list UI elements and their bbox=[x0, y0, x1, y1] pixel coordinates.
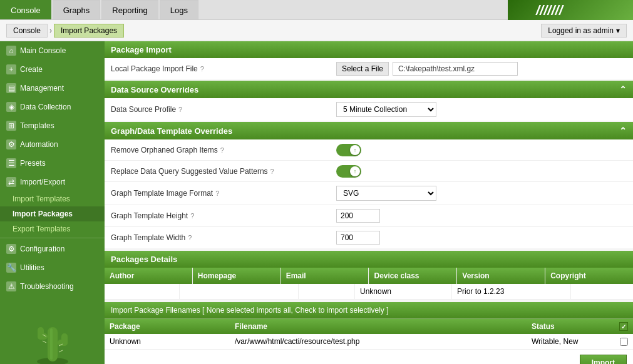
replace-data-query-control bbox=[336, 165, 627, 178]
graph-template-width-label: Graph Template Width ? bbox=[111, 233, 336, 242]
local-package-control: Select a File C:\fakepath\test.xml.gz bbox=[336, 62, 627, 76]
filenames-table-header: Package Filename Status bbox=[105, 318, 633, 334]
sidebar-item-import-export[interactable]: ⇄ Import/Export bbox=[0, 173, 105, 191]
graph-template-width-control bbox=[336, 231, 627, 245]
local-package-label: Local Package Import File ? bbox=[111, 64, 336, 73]
remove-orphaned-toggle[interactable] bbox=[336, 144, 361, 156]
reporting-tab[interactable]: Reporting bbox=[101, 0, 158, 19]
breadcrumb-console[interactable]: Console bbox=[6, 24, 48, 38]
col-email: Email bbox=[281, 268, 369, 284]
graph-image-format-label: Graph Template Image Format ? bbox=[111, 189, 336, 198]
user-dropdown-icon[interactable]: ▾ bbox=[616, 26, 620, 35]
filename-checkbox-cell bbox=[614, 335, 633, 349]
graph-template-collapse-icon[interactable]: ⌃ bbox=[619, 126, 627, 136]
logo: /////// bbox=[508, 0, 633, 20]
sidebar-item-utilities[interactable]: 🔧 Utilities bbox=[0, 258, 105, 277]
import-button[interactable]: Import bbox=[580, 355, 627, 364]
col-version: Version bbox=[457, 268, 545, 284]
sidebar-item-management[interactable]: ▤ Management bbox=[0, 79, 105, 98]
packages-details-section: Packages Details Author Homepage Email D… bbox=[105, 251, 633, 300]
packages-table-row: Unknown Prior to 1.2.23 bbox=[105, 284, 633, 300]
graph-template-height-label: Graph Template Height ? bbox=[111, 211, 336, 220]
filename-package: Unknown bbox=[105, 334, 230, 349]
sidebar-item-create[interactable]: + Create bbox=[0, 60, 105, 79]
console-tab[interactable]: Console bbox=[0, 0, 51, 19]
replace-data-query-row: Replace Data Query Suggested Value Patte… bbox=[105, 161, 633, 182]
sidebar: ⌂ Main Console + Create ▤ Management ◈ D… bbox=[0, 41, 105, 364]
col-copyright: Copyright bbox=[545, 268, 633, 284]
replace-data-query-toggle[interactable] bbox=[336, 165, 361, 178]
import-icon: ⇄ bbox=[6, 177, 16, 187]
graph-template-height-input[interactable] bbox=[336, 209, 380, 223]
th-check-all[interactable] bbox=[614, 319, 633, 334]
plus-icon: + bbox=[6, 64, 16, 74]
data-source-help-icon[interactable]: ? bbox=[178, 106, 182, 113]
config-icon: ⚙ bbox=[6, 244, 16, 254]
th-filename: Filename bbox=[230, 319, 527, 334]
sidebar-sub-export-templates[interactable]: Export Templates bbox=[0, 221, 105, 236]
graphs-tab[interactable]: Graphs bbox=[53, 0, 101, 19]
graph-image-format-help-icon[interactable]: ? bbox=[215, 190, 219, 197]
import-filenames-header: Import Package Filenames [ None selected… bbox=[105, 302, 633, 318]
sidebar-item-main-console[interactable]: ⌂ Main Console bbox=[0, 41, 105, 60]
pkg-version: Prior to 1.2.23 bbox=[452, 284, 571, 299]
svg-line-9 bbox=[43, 341, 46, 343]
replace-data-query-label: Replace Data Query Suggested Value Patte… bbox=[111, 167, 336, 176]
local-package-row: Local Package Import File ? Select a Fil… bbox=[105, 58, 633, 79]
local-package-section: Local Package Import File ? Select a Fil… bbox=[105, 58, 633, 79]
data-source-profile-label: Data Source Profile ? bbox=[111, 105, 336, 114]
sidebar-item-templates[interactable]: ⊞ Templates bbox=[0, 116, 105, 135]
util-icon: 🔧 bbox=[6, 263, 16, 273]
sidebar-item-presets[interactable]: ☰ Presets bbox=[0, 154, 105, 173]
import-filenames-section: Import Package Filenames [ None selected… bbox=[105, 302, 633, 364]
graph-template-height-row: Graph Template Height ? bbox=[105, 205, 633, 227]
breadcrumb-import-packages[interactable]: Import Packages bbox=[54, 24, 124, 38]
sidebar-sub-import-templates[interactable]: Import Templates bbox=[0, 191, 105, 206]
data-source-collapse-icon[interactable]: ⌃ bbox=[619, 84, 627, 94]
trouble-icon: ⚠ bbox=[6, 281, 16, 291]
col-author: Author bbox=[105, 268, 193, 284]
graph-template-height-help-icon[interactable]: ? bbox=[190, 212, 194, 220]
preset-icon: ☰ bbox=[6, 158, 16, 168]
sidebar-item-data-collection[interactable]: ◈ Data Collection bbox=[0, 98, 105, 116]
logs-tab[interactable]: Logs bbox=[160, 0, 198, 19]
th-package: Package bbox=[105, 319, 230, 334]
toggle-knob-2 bbox=[350, 166, 360, 176]
filename-checkbox[interactable] bbox=[620, 338, 628, 346]
th-status: Status bbox=[527, 319, 614, 334]
sidebar-item-troubleshooting[interactable]: ⚠ Troubleshooting bbox=[0, 277, 105, 296]
svg-line-11 bbox=[59, 350, 63, 352]
data-source-overrides-header: Data Source Overrides ⌃ bbox=[105, 81, 633, 98]
graph-template-width-input[interactable] bbox=[336, 231, 380, 245]
graph-template-section: Remove Orphaned Graph Items ? Replace Da… bbox=[105, 139, 633, 248]
remove-orphaned-control bbox=[336, 144, 627, 156]
col-homepage: Homepage bbox=[193, 268, 281, 284]
sidebar-sub-import-packages[interactable]: Import Packages bbox=[0, 206, 105, 221]
sidebar-item-configuration[interactable]: ⚙ Configuration bbox=[0, 240, 105, 258]
filename-path: /var/www/html/cacti/resource/test.php bbox=[230, 334, 527, 349]
select-file-button[interactable]: Select a File bbox=[336, 62, 389, 76]
packages-table-header: Author Homepage Email Device class Versi… bbox=[105, 268, 633, 284]
filename-row: Unknown /var/www/html/cacti/resource/tes… bbox=[105, 334, 633, 350]
toggle-knob bbox=[350, 145, 360, 155]
remove-orphaned-help-icon[interactable]: ? bbox=[220, 146, 224, 154]
local-package-help-icon[interactable]: ? bbox=[200, 65, 204, 73]
data-source-profile-select[interactable]: 5 Minute Collection bbox=[336, 102, 436, 117]
sidebar-item-automation[interactable]: ⚙ Automation bbox=[0, 135, 105, 154]
auto-icon: ⚙ bbox=[6, 139, 16, 149]
graph-template-width-row: Graph Template Width ? bbox=[105, 227, 633, 248]
pkg-email bbox=[299, 284, 355, 299]
data-icon: ◈ bbox=[6, 102, 16, 112]
svg-text:///////: /////// bbox=[535, 3, 565, 18]
pkg-copyright bbox=[571, 284, 633, 299]
check-all-checkbox[interactable] bbox=[619, 322, 628, 331]
template-icon: ⊞ bbox=[6, 121, 16, 131]
svg-rect-7 bbox=[50, 328, 53, 360]
pkg-device-class: Unknown bbox=[355, 284, 452, 299]
replace-data-query-help-icon[interactable]: ? bbox=[270, 168, 274, 175]
graph-template-width-help-icon[interactable]: ? bbox=[188, 234, 192, 241]
data-source-section: Data Source Profile ? 5 Minute Collectio… bbox=[105, 98, 633, 121]
logged-in-indicator: Logged in as admin ▾ bbox=[541, 24, 627, 38]
graph-image-format-select[interactable]: SVG bbox=[336, 186, 436, 201]
packages-details-header: Packages Details bbox=[105, 251, 633, 268]
